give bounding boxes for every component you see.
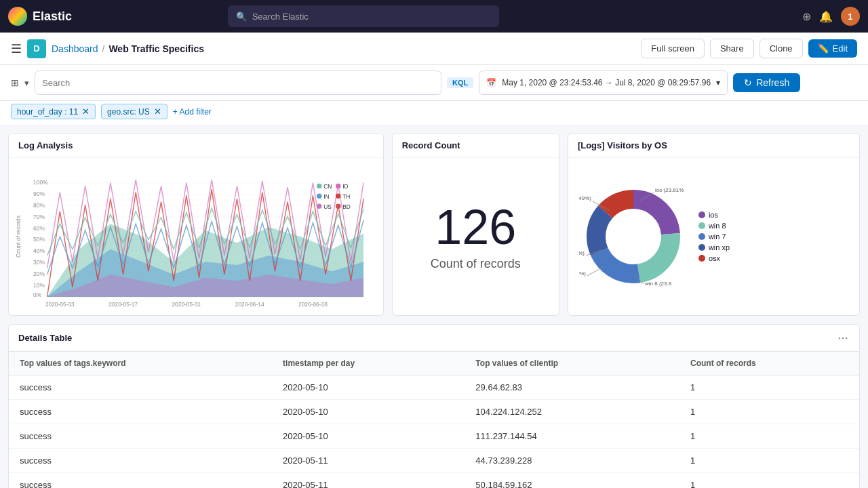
dashboard-badge: D	[27, 39, 46, 58]
os-legend: ios win 8 win 7 win xp	[698, 211, 730, 262]
calendar-icon: 📅	[486, 78, 496, 87]
elastic-logo[interactable]: Elastic	[8, 7, 72, 26]
filter-chip-hour-label: hour_of_day : 11	[17, 107, 78, 117]
cell-timestamp: 2020-05-11	[272, 449, 465, 473]
visitors-os-panel: [Logs] Visitors by OS ix (13.4	[568, 133, 860, 316]
legend-ios: ios	[698, 211, 730, 219]
filter-chip-hour-remove[interactable]: ✕	[82, 106, 90, 117]
cell-clientip: 44.73.239.228	[465, 449, 679, 473]
record-count-body: 126 Count of records	[393, 158, 559, 315]
refresh-label: Refresh	[756, 77, 789, 88]
share-button[interactable]: Share	[710, 39, 754, 58]
svg-text:ID: ID	[342, 183, 348, 190]
legend-win7: win 7	[698, 232, 730, 241]
visitors-os-chart-area: ix (13.49%) ios (23.81% p (18.25%) 7 (20…	[568, 158, 859, 315]
legend-dot-winxp	[698, 244, 705, 251]
global-search-bar[interactable]: 🔍 Search Elastic	[228, 5, 499, 27]
log-analysis-title: Log Analysis	[9, 134, 383, 158]
date-chevron: ▾	[716, 78, 720, 87]
filter-chip-geo: geo.src: US ✕	[101, 104, 167, 119]
cell-tag: success	[9, 449, 272, 473]
legend-label-win7: win 7	[709, 232, 726, 241]
legend-label-winxp: win xp	[709, 243, 730, 251]
edit-label: Edit	[833, 43, 848, 54]
notifications-icon[interactable]: 🔔	[819, 10, 833, 23]
clone-button[interactable]: Clone	[760, 39, 803, 58]
svg-point-34	[317, 194, 321, 199]
svg-text:2020-05-17: 2020-05-17	[108, 301, 138, 308]
cell-tag: success	[9, 424, 272, 449]
svg-text:BD: BD	[342, 203, 351, 210]
user-avatar[interactable]: 1	[841, 7, 860, 26]
svg-point-40	[336, 194, 340, 199]
donut-chart-svg: ix (13.49%) ios (23.81% p (18.25%) 7 (20…	[579, 182, 688, 291]
top-panels-row: Log Analysis 100% 90% 80% 70% 60% 50% 40…	[8, 133, 860, 316]
edit-button[interactable]: ✏️ Edit	[808, 39, 857, 58]
svg-text:2020-05-03: 2020-05-03	[45, 301, 75, 308]
full-screen-button[interactable]: Full screen	[641, 39, 705, 58]
app-name: Elastic	[33, 9, 72, 24]
legend-label-ios: ios	[709, 211, 718, 219]
search-input[interactable]	[42, 78, 434, 88]
legend-dot-ios	[698, 211, 705, 218]
col-tags: Top values of tags.keyword	[9, 352, 272, 375]
filter-chevron[interactable]: ▾	[24, 78, 29, 88]
search-icon: 🔍	[236, 12, 247, 22]
svg-text:Count of records: Count of records	[16, 216, 22, 258]
logo-icon	[8, 7, 27, 26]
svg-text:10%: 10%	[33, 282, 45, 289]
cell-timestamp: 2020-05-10	[272, 375, 465, 400]
breadcrumb-parent[interactable]: Dashboard	[52, 43, 98, 54]
col-clientip: Top values of clientip	[465, 352, 679, 375]
kql-badge[interactable]: KQL	[447, 77, 473, 88]
edit-icon: ✏️	[818, 43, 829, 54]
svg-text:2020-06-14: 2020-06-14	[235, 301, 264, 308]
cell-tag: success	[9, 375, 272, 400]
svg-text:60%: 60%	[33, 225, 45, 232]
svg-text:p (18.25%): p (18.25%)	[579, 250, 585, 256]
cell-timestamp: 2020-05-10	[272, 424, 465, 449]
refresh-button[interactable]: ↻ Refresh	[733, 73, 800, 92]
details-table-header: Details Table ⋯	[9, 325, 859, 352]
legend-label-osx: osx	[709, 254, 720, 262]
date-range-picker[interactable]: 📅 May 1, 2020 @ 23:24:53.46 → Jul 8, 202…	[479, 70, 728, 95]
breadcrumb-actions: Full screen Share Clone ✏️ Edit	[641, 39, 857, 58]
search-placeholder: Search Elastic	[252, 12, 309, 22]
add-filter-button[interactable]: + Add filter	[173, 107, 212, 117]
col-timestamp: timestamp per day	[272, 352, 465, 375]
log-analysis-chart: 100% 90% 80% 70% 60% 50% 40% 30% 20% 10%…	[9, 158, 383, 315]
record-count-title: Record Count	[393, 134, 559, 158]
legend-winxp: win xp	[698, 243, 730, 251]
record-count-number: 126	[435, 203, 516, 251]
svg-text:100%: 100%	[33, 180, 48, 186]
cell-clientip: 104.224.124.252	[465, 400, 679, 424]
svg-text:7 (20.63%): 7 (20.63%)	[579, 270, 586, 277]
cell-tag: success	[9, 473, 272, 489]
svg-text:30%: 30%	[33, 259, 45, 266]
log-analysis-svg: 100% 90% 80% 70% 60% 50% 40% 30% 20% 10%…	[16, 165, 376, 308]
svg-text:80%: 80%	[33, 202, 45, 209]
table-row: success 2020-05-10 111.237.144.54 1	[9, 424, 859, 449]
breadcrumb-current: Web Traffic Specifics	[108, 43, 204, 54]
refresh-icon: ↻	[744, 77, 752, 88]
log-analysis-panel: Log Analysis 100% 90% 80% 70% 60% 50% 40…	[8, 133, 384, 316]
svg-text:IN: IN	[323, 193, 329, 200]
cell-clientip: 111.237.144.54	[465, 424, 679, 449]
details-table-title: Details Table	[18, 333, 72, 343]
svg-text:US: US	[323, 203, 332, 210]
menu-icon[interactable]: ☰	[11, 41, 22, 56]
legend-dot-osx	[698, 255, 705, 262]
cell-count: 1	[679, 449, 859, 473]
cell-count: 1	[679, 424, 859, 449]
help-icon[interactable]: ⊕	[802, 10, 811, 23]
cell-clientip: 29.64.62.83	[465, 375, 679, 400]
record-count-panel: Record Count 126 Count of records	[392, 133, 559, 316]
filter-chip-geo-remove[interactable]: ✕	[154, 106, 161, 117]
svg-text:70%: 70%	[33, 214, 45, 220]
main-content: Log Analysis 100% 90% 80% 70% 60% 50% 40…	[0, 125, 868, 488]
cell-tag: success	[9, 400, 272, 424]
date-range-text: May 1, 2020 @ 23:24:53.46 → Jul 8, 2020 …	[502, 78, 711, 87]
top-navigation: Elastic 🔍 Search Elastic ⊕ 🔔 1	[0, 0, 868, 33]
visitors-os-title: [Logs] Visitors by OS	[568, 134, 859, 158]
details-table-menu[interactable]: ⋯	[837, 331, 850, 344]
